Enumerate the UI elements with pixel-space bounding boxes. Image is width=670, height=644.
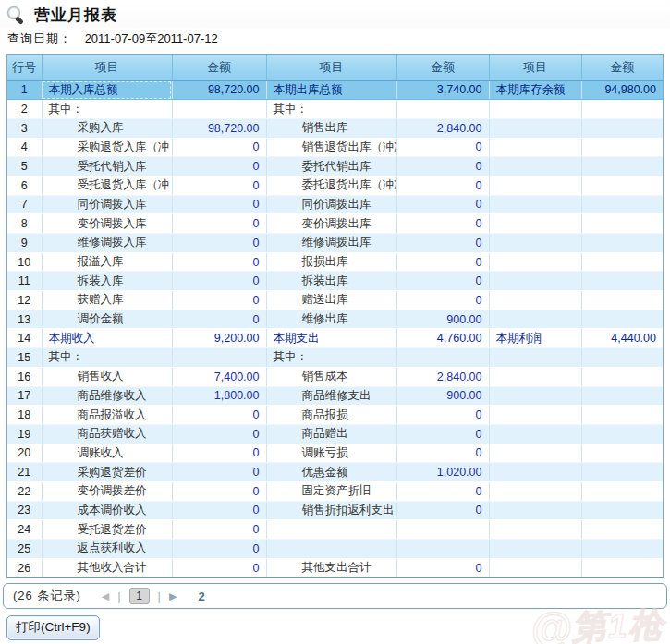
item-cell: 受托退货入库（冲: [42, 176, 172, 195]
table-row-14[interactable]: 14本期收入9,200.00本期支出4,760.00本期利润4,440.00: [7, 329, 663, 348]
amount-cell: 3,740.00: [396, 80, 489, 100]
table-row-16[interactable]: 16销售收入7,400.00销售成本2,840.00: [7, 367, 663, 386]
item-cell: 其中：: [266, 100, 396, 119]
page-2-link[interactable]: 2: [198, 589, 204, 603]
item-cell: 调账亏损: [266, 444, 396, 463]
item-cell: 受托退货差价: [42, 520, 172, 540]
item-cell: 其中：: [266, 348, 396, 368]
item-cell: [489, 138, 581, 157]
table-row-1[interactable]: 1本期入库总额98,720.00本期出库总额3,740.00本期库存余额94,9…: [7, 80, 663, 100]
amount-cell: [581, 424, 663, 444]
watermark-at-glyph: @: [530, 606, 572, 644]
amount-cell: [396, 348, 489, 368]
amount-cell: 0: [172, 176, 266, 195]
item-cell: 变价调拨入库: [42, 214, 172, 234]
amount-cell: 1,020.00: [396, 463, 489, 482]
item-cell: 优惠金额: [266, 463, 396, 482]
table-row-25[interactable]: 25返点获利收入0: [7, 540, 663, 559]
table-row-2[interactable]: 2其中：其中：: [7, 100, 663, 119]
amount-cell: [581, 558, 663, 577]
table-row-22[interactable]: 22变价调拨差价0固定资产折旧0: [7, 481, 663, 501]
amount-cell: [581, 252, 663, 272]
item-cell: [489, 252, 581, 272]
item-cell: 受托代销入库: [42, 157, 172, 176]
pager-separator: |: [117, 589, 120, 603]
table-row-5[interactable]: 5受托代销入库0委托代销出库0: [7, 157, 663, 176]
item-cell: 获赠入库: [42, 291, 172, 310]
table-row-10[interactable]: 10报溢入库0报损出库0: [7, 252, 663, 272]
current-page-box[interactable]: 1: [129, 588, 150, 604]
item-cell: 调账收入: [42, 444, 172, 463]
amount-cell: 0: [396, 558, 489, 577]
watermark-logo: @ 第1枪: [530, 602, 665, 644]
table-row-21[interactable]: 21采购退货差价0优惠金额1,020.00: [7, 463, 663, 482]
amount-cell: 0: [172, 291, 266, 310]
amount-cell: 98,720.00: [172, 118, 266, 138]
table-row-8[interactable]: 8变价调拨入库0变价调拨出库0: [7, 214, 663, 234]
table-row-20[interactable]: 20调账收入0调账亏损0: [7, 444, 663, 463]
amount-cell: 0: [172, 540, 266, 559]
row-number: 9: [7, 234, 42, 253]
table-row-17[interactable]: 17商品维修收入1,800.00商品维修支出900.00: [7, 386, 663, 406]
item-cell: 销售出库: [266, 118, 396, 138]
amount-cell: 0: [396, 157, 489, 176]
item-cell: 维修调拨出库: [266, 234, 396, 253]
amount-cell: 0: [172, 424, 266, 444]
item-cell: 赠送出库: [266, 291, 396, 310]
table-row-6[interactable]: 6受托退货入库（冲0委托退货出库（冲减0: [7, 176, 663, 195]
amount-cell: [581, 501, 663, 520]
amount-cell: 0: [172, 406, 266, 425]
item-cell: 固定资产折旧: [266, 481, 396, 501]
table-row-12[interactable]: 12获赠入库0赠送出库0: [7, 291, 663, 310]
row-number: 2: [7, 100, 42, 119]
table-row-26[interactable]: 26其他收入合计0其他支出合计0: [7, 558, 663, 577]
amount-cell: 0: [172, 252, 266, 272]
table-row-23[interactable]: 23成本调价收入0销售折扣返利支出0: [7, 501, 663, 520]
print-button[interactable]: 打印(Ctrl+F9): [6, 615, 100, 640]
amount-cell: 0: [396, 214, 489, 234]
item-cell: 成本调价收入: [42, 501, 172, 520]
item-cell: 商品获赠收入: [42, 424, 172, 444]
row-number: 14: [7, 329, 42, 348]
query-date-value: 2011-07-09至2011-07-12: [85, 31, 218, 45]
table-row-11[interactable]: 11拆装入库0拆装出库0: [7, 272, 663, 291]
amount-cell: [172, 100, 266, 119]
item-cell: 商品维修收入: [42, 386, 172, 406]
row-number: 6: [7, 176, 42, 195]
table-row-13[interactable]: 13调价金额0维修出库900.00: [7, 310, 663, 329]
amount-cell: [581, 291, 663, 310]
table-header: 行号项目金额项目金额项目金额: [7, 55, 663, 80]
table-row-19[interactable]: 19商品获赠收入0商品赠出0: [7, 424, 663, 444]
table-row-15[interactable]: 15其中：其中：: [7, 348, 663, 368]
row-number: 13: [7, 310, 42, 329]
item-cell: [489, 118, 581, 138]
item-cell: 同价调拨入库: [42, 195, 172, 214]
item-cell: 维修调拨入库: [42, 234, 172, 253]
column-header-0: 行号: [7, 55, 42, 80]
item-cell: 其中：: [42, 100, 172, 119]
amount-cell: 0: [396, 195, 489, 214]
item-cell: [489, 100, 581, 119]
table-row-3[interactable]: 3采购入库98,720.00销售出库2,840.00: [7, 118, 663, 138]
item-cell: 销售退货出库（冲减: [266, 138, 396, 157]
next-page-icon[interactable]: ▶: [169, 590, 177, 602]
amount-cell: [581, 234, 663, 253]
table-row-18[interactable]: 18商品报溢收入0商品报损0: [7, 406, 663, 425]
item-cell: 报损出库: [266, 252, 396, 272]
table-row-4[interactable]: 4采购退货入库（冲0销售退货出库（冲减0: [7, 138, 663, 157]
item-cell: 维修出库: [266, 310, 396, 329]
item-cell: 返点获利收入: [42, 540, 172, 559]
amount-cell: 9,200.00: [172, 329, 266, 348]
prev-page-icon[interactable]: ◀: [102, 590, 109, 602]
table-row-9[interactable]: 9维修调拨入库0维修调拨出库0: [7, 234, 663, 253]
amount-cell: [581, 100, 663, 119]
amount-cell: 2,840.00: [396, 118, 489, 138]
column-header-1: 项目: [42, 55, 172, 80]
table-row-7[interactable]: 7同价调拨入库0同价调拨出库0: [7, 195, 663, 214]
amount-cell: 0: [172, 444, 266, 463]
amount-cell: 0: [172, 501, 266, 520]
row-number: 19: [7, 424, 42, 444]
table-row-24[interactable]: 24受托退货差价0: [7, 520, 663, 540]
row-number: 23: [7, 501, 42, 520]
item-cell: [489, 444, 581, 463]
